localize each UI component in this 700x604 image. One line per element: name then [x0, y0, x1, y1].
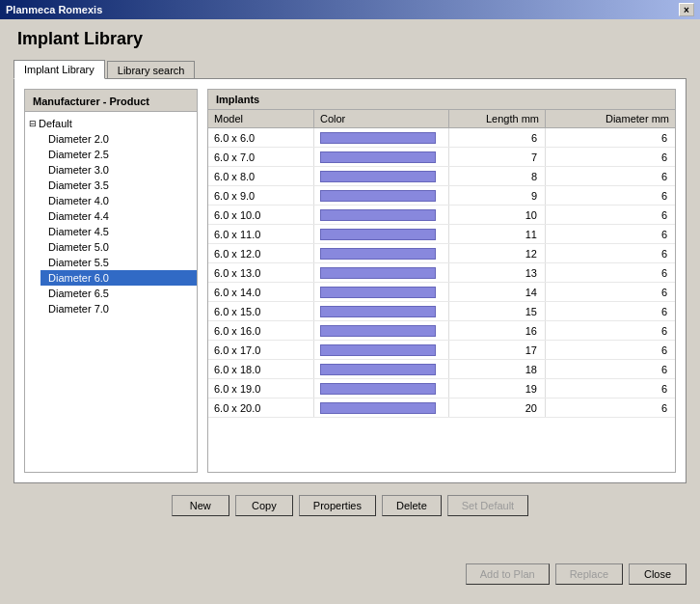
- left-panel-header: Manufacturer - Product: [25, 90, 197, 112]
- tab-implant-library[interactable]: Implant Library: [13, 60, 105, 79]
- tree-item[interactable]: Diameter 4.5: [40, 224, 197, 239]
- cell-length: 18: [449, 360, 546, 378]
- tree-item[interactable]: Diameter 3.0: [40, 162, 197, 178]
- cell-length: 13: [449, 263, 546, 282]
- cell-diameter: 6: [546, 302, 675, 320]
- table-row[interactable]: 6.0 x 12.0126: [208, 244, 675, 263]
- cell-color: [314, 360, 449, 378]
- cell-length: 15: [449, 302, 546, 320]
- cell-model: 6.0 x 7.0: [208, 148, 314, 166]
- tree-item[interactable]: Diameter 7.0: [40, 301, 197, 316]
- table-row[interactable]: 6.0 x 19.0196: [208, 379, 675, 398]
- cell-length: 8: [449, 167, 546, 185]
- col-header-diameter: Diameter mm: [546, 110, 675, 127]
- cell-diameter: 6: [546, 398, 675, 417]
- cell-color: [314, 321, 449, 340]
- cell-length: 19: [449, 379, 546, 398]
- properties-button[interactable]: Properties: [299, 495, 376, 516]
- data-rows: 6.0 x 6.0666.0 x 7.0766.0 x 8.0866.0 x 9…: [208, 128, 675, 472]
- replace-button[interactable]: Replace: [555, 563, 623, 585]
- cell-color: [314, 225, 449, 243]
- cell-length: 17: [449, 341, 546, 359]
- table-row[interactable]: 6.0 x 18.0186: [208, 360, 675, 379]
- color-bar: [320, 344, 436, 356]
- table-row[interactable]: 6.0 x 7.076: [208, 148, 675, 167]
- tree-toggle-icon: ⊟: [29, 119, 37, 128]
- color-bar: [320, 402, 436, 414]
- tree-item[interactable]: Diameter 6.5: [40, 286, 197, 301]
- table-row[interactable]: 6.0 x 17.0176: [208, 341, 675, 360]
- cell-diameter: 6: [546, 341, 675, 359]
- color-bar: [320, 132, 436, 144]
- dialog: Implant Library Implant Library Library …: [0, 19, 700, 604]
- tab-library-search[interactable]: Library search: [107, 61, 196, 79]
- left-panel: Manufacturer - Product ⊟ Default Diamete…: [24, 89, 198, 473]
- tree-item[interactable]: Diameter 2.5: [40, 147, 197, 162]
- cell-model: 6.0 x 16.0: [208, 321, 314, 340]
- cell-diameter: 6: [546, 379, 675, 398]
- col-header-model: Model: [208, 110, 314, 127]
- tree-item[interactable]: Diameter 6.0: [40, 270, 197, 286]
- add-to-plan-button[interactable]: Add to Plan: [466, 563, 550, 585]
- table-row[interactable]: 6.0 x 14.0146: [208, 283, 675, 302]
- color-bar: [320, 151, 436, 163]
- set-default-button[interactable]: Set Default: [447, 495, 528, 516]
- table-row[interactable]: 6.0 x 15.0156: [208, 302, 675, 321]
- color-bar: [320, 287, 436, 298]
- cell-model: 6.0 x 8.0: [208, 167, 314, 185]
- cell-model: 6.0 x 17.0: [208, 341, 314, 359]
- cell-color: [314, 167, 449, 185]
- close-window-button[interactable]: ×: [679, 3, 694, 16]
- color-bar: [320, 248, 436, 260]
- tree-item[interactable]: Diameter 2.0: [40, 131, 197, 147]
- footer-buttons: Add to Plan Replace Close: [452, 554, 700, 594]
- right-panel: Implants Model Color Length mm Diameter …: [207, 89, 676, 473]
- title-bar-text: Planmeca Romexis: [6, 4, 102, 15]
- tab-content-implant-library: Manufacturer - Product ⊟ Default Diamete…: [13, 78, 687, 483]
- cell-model: 6.0 x 15.0: [208, 302, 314, 320]
- tree-item[interactable]: Diameter 5.0: [40, 239, 197, 255]
- cell-color: [314, 148, 449, 166]
- tree-root[interactable]: ⊟ Default: [25, 114, 197, 131]
- tree-item[interactable]: Diameter 5.5: [40, 255, 197, 270]
- cell-diameter: 6: [546, 225, 675, 243]
- tree-item[interactable]: Diameter 3.5: [40, 178, 197, 193]
- cell-model: 6.0 x 9.0: [208, 186, 314, 205]
- table-row[interactable]: 6.0 x 13.0136: [208, 263, 675, 283]
- cell-length: 16: [449, 321, 546, 340]
- new-button[interactable]: New: [172, 495, 229, 516]
- cell-length: 6: [449, 128, 546, 147]
- tree-children: Diameter 2.0Diameter 2.5Diameter 3.0Diam…: [25, 131, 197, 316]
- cell-diameter: 6: [546, 186, 675, 205]
- table-row[interactable]: 6.0 x 10.0106: [208, 206, 675, 225]
- delete-button[interactable]: Delete: [382, 495, 442, 516]
- bottom-buttons: New Copy Properties Delete Set Default: [13, 495, 687, 516]
- dialog-title: Implant Library: [13, 29, 687, 49]
- cell-color: [314, 263, 449, 282]
- cell-length: 11: [449, 225, 546, 243]
- cell-model: 6.0 x 13.0: [208, 263, 314, 282]
- title-bar: Planmeca Romexis ×: [0, 0, 700, 19]
- copy-button[interactable]: Copy: [235, 495, 293, 516]
- cell-color: [314, 398, 449, 417]
- close-button[interactable]: Close: [629, 563, 687, 585]
- cell-color: [314, 341, 449, 359]
- cell-length: 20: [449, 398, 546, 417]
- table-row[interactable]: 6.0 x 9.096: [208, 186, 675, 206]
- table-row[interactable]: 6.0 x 16.0166: [208, 321, 675, 341]
- col-header-length: Length mm: [449, 110, 546, 127]
- tab-bar: Implant Library Library search: [13, 59, 687, 78]
- tree-item[interactable]: Diameter 4.4: [40, 208, 197, 224]
- cell-model: 6.0 x 14.0: [208, 283, 314, 301]
- table-row[interactable]: 6.0 x 8.086: [208, 167, 675, 186]
- table-row[interactable]: 6.0 x 6.066: [208, 128, 675, 148]
- table-row[interactable]: 6.0 x 20.0206: [208, 398, 675, 418]
- table-row[interactable]: 6.0 x 11.0116: [208, 225, 675, 244]
- tree-item[interactable]: Diameter 4.0: [40, 193, 197, 208]
- cell-model: 6.0 x 10.0: [208, 206, 314, 224]
- cell-color: [314, 283, 449, 301]
- cell-model: 6.0 x 12.0: [208, 244, 314, 262]
- color-bar: [320, 325, 436, 337]
- cell-model: 6.0 x 6.0: [208, 128, 314, 147]
- color-bar: [320, 171, 436, 182]
